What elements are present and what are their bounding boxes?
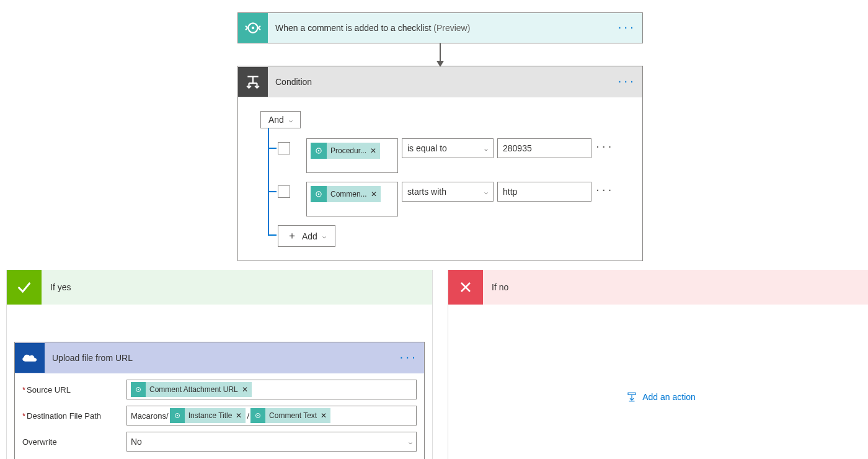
token-remove-icon[interactable]: ✕	[321, 411, 327, 420]
if-no-branch: If no Add an action	[448, 270, 868, 459]
value-text: 280935	[503, 143, 532, 153]
process-street-icon	[311, 143, 327, 159]
svg-point-3	[318, 150, 319, 151]
upload-action-title: Upload file from URL	[45, 353, 392, 363]
overwrite-label: Overwrite	[22, 437, 126, 447]
upload-action-menu-button[interactable]: · · ·	[392, 353, 424, 363]
onedrive-icon	[15, 343, 45, 373]
token-label: Procedur...	[330, 146, 366, 155]
dest-path-input[interactable]: Macarons/ Instance Title ✕ / Comment Tex…	[126, 406, 417, 426]
row-checkbox[interactable]	[278, 185, 290, 198]
token-remove-icon[interactable]: ✕	[242, 385, 248, 394]
chevron-down-icon: ⌵	[484, 189, 488, 195]
chevron-down-icon: ⌵	[409, 439, 412, 445]
trigger-title: When a comment is added to a checklist (…	[268, 23, 610, 33]
trigger-menu-button[interactable]: · · ·	[610, 23, 642, 33]
condition-left-operand[interactable]: Commen... ✕	[306, 182, 398, 216]
label-text: Destination File Path	[27, 411, 101, 421]
group-operator-dropdown[interactable]: And ⌵	[260, 111, 301, 128]
operator-label: starts with	[407, 187, 446, 197]
add-action-icon	[626, 391, 637, 403]
field-row-overwrite: Overwrite No ⌵	[22, 432, 417, 452]
operator-dropdown[interactable]: starts with ⌵	[402, 182, 494, 202]
operator-dropdown[interactable]: is equal to ⌵	[402, 138, 494, 158]
label-text: Source URL	[27, 385, 71, 394]
if-no-label: If no	[483, 282, 508, 292]
dynamic-token[interactable]: Procedur... ✕	[311, 143, 380, 159]
condition-left-operand[interactable]: Procedur... ✕	[306, 138, 398, 173]
condition-value-input[interactable]: 280935	[497, 138, 591, 158]
condition-header[interactable]: Condition · · ·	[238, 66, 642, 97]
svg-rect-12	[628, 393, 636, 394]
process-street-icon	[311, 186, 327, 202]
checkmark-icon	[7, 270, 42, 305]
token-remove-icon[interactable]: ✕	[370, 146, 376, 155]
row-checkbox[interactable]	[278, 142, 290, 154]
token-remove-icon[interactable]: ✕	[371, 190, 377, 198]
dest-prefix: Macarons/	[131, 411, 169, 421]
value-text: http	[503, 187, 517, 197]
close-icon	[448, 270, 483, 305]
svg-point-11	[257, 415, 259, 416]
condition-row: Procedur... ✕ is equal to ⌵ 280935 · · ·	[260, 138, 620, 173]
if-no-header: If no	[448, 270, 868, 305]
if-no-body: Add an action	[448, 305, 868, 429]
condition-card: Condition · · · And ⌵	[237, 66, 643, 261]
field-row-source-url: *Source URL Comment Attachment URL ✕	[22, 380, 417, 399]
dest-sep: /	[247, 411, 249, 421]
overwrite-value: No	[131, 437, 142, 447]
condition-value-input[interactable]: http	[497, 182, 591, 202]
chevron-down-icon: ⌵	[289, 117, 293, 123]
token-remove-icon[interactable]: ✕	[236, 411, 242, 420]
trigger-card[interactable]: When a comment is added to a checklist (…	[237, 12, 643, 43]
add-condition-button[interactable]: ＋ Add ⌵	[278, 225, 335, 247]
upload-action-card: Upload file from URL · · · *Source URL C…	[14, 342, 425, 459]
svg-point-1	[252, 27, 254, 29]
source-url-label: *Source URL	[22, 385, 126, 394]
dynamic-token[interactable]: Comment Text ✕	[250, 408, 330, 423]
overwrite-dropdown[interactable]: No ⌵	[126, 432, 417, 452]
source-url-input[interactable]: Comment Attachment URL ✕	[126, 380, 417, 399]
condition-title: Condition	[268, 77, 610, 87]
svg-point-9	[177, 415, 178, 416]
dynamic-token[interactable]: Instance Title ✕	[170, 408, 246, 423]
condition-body: And ⌵ Procedur... ✕	[238, 97, 642, 261]
add-label: Add	[302, 231, 317, 241]
process-street-icon	[238, 13, 268, 43]
process-street-icon	[170, 408, 185, 423]
group-operator-label: And	[268, 115, 284, 125]
add-action-button[interactable]: Add an action	[456, 391, 866, 403]
row-menu-button[interactable]: · · ·	[596, 182, 611, 195]
connector-h	[268, 234, 277, 236]
chevron-down-icon: ⌵	[484, 145, 488, 152]
trigger-title-text: When a comment is added to a checklist	[275, 23, 431, 33]
condition-menu-button[interactable]: · · ·	[610, 77, 642, 87]
condition-rows: Procedur... ✕ is equal to ⌵ 280935 · · ·	[260, 138, 620, 247]
condition-branches: If yes Upload file from URL · · · *Sourc…	[6, 270, 868, 459]
condition-icon	[238, 67, 268, 97]
svg-point-5	[318, 194, 319, 195]
trigger-preview-badge: (Preview)	[433, 23, 470, 33]
token-label: Comment Attachment URL	[149, 385, 238, 394]
process-street-icon	[131, 382, 146, 397]
if-yes-header: If yes	[7, 270, 432, 305]
connector-h	[268, 148, 277, 149]
token-label: Instance Title	[188, 411, 232, 420]
upload-action-header[interactable]: Upload file from URL · · ·	[15, 342, 424, 373]
row-menu-button[interactable]: · · ·	[596, 138, 611, 152]
dest-path-label: *Destination File Path	[22, 411, 126, 421]
field-row-dest-path: *Destination File Path Macarons/ Instanc…	[22, 406, 417, 426]
plus-icon: ＋	[287, 230, 297, 243]
operator-label: is equal to	[407, 143, 447, 153]
if-yes-branch: If yes Upload file from URL · · · *Sourc…	[6, 270, 433, 459]
upload-action-body: *Source URL Comment Attachment URL ✕ *De	[15, 373, 424, 459]
add-action-label: Add an action	[642, 392, 696, 402]
if-yes-label: If yes	[42, 282, 71, 292]
add-row-container: ＋ Add ⌵	[260, 225, 620, 247]
token-label: Commen...	[330, 190, 367, 198]
dynamic-token[interactable]: Commen... ✕	[311, 186, 381, 202]
svg-point-7	[138, 389, 139, 390]
dynamic-token[interactable]: Comment Attachment URL ✕	[131, 382, 252, 397]
condition-row: Commen... ✕ starts with ⌵ http · · ·	[260, 182, 620, 216]
process-street-icon	[250, 408, 265, 423]
